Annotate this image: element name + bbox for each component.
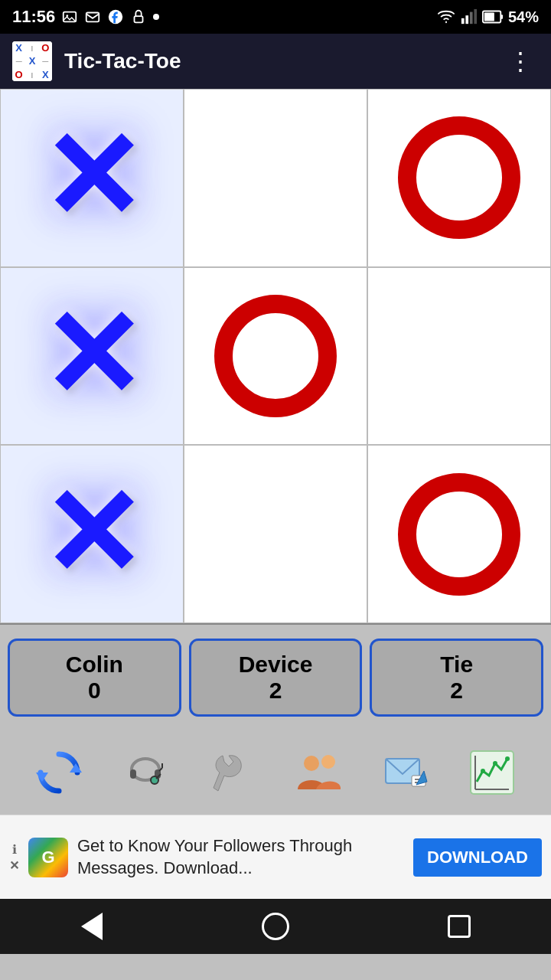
chart-button[interactable]	[461, 742, 523, 803]
home-button[interactable]	[253, 903, 298, 949]
cell-1[interactable]	[184, 89, 367, 267]
svg-rect-10	[484, 12, 494, 21]
o-mark-4	[214, 295, 337, 417]
score-area: Colin 0 Device 2 Tie 2	[0, 625, 551, 730]
back-button[interactable]	[69, 903, 115, 949]
email-icon	[84, 8, 101, 25]
score-card-colin: Colin 0	[8, 639, 181, 717]
svg-rect-2	[86, 13, 99, 22]
ad-close-icon[interactable]: ✕	[9, 858, 19, 873]
score-name-tie: Tie	[440, 652, 473, 678]
o-mark-8	[398, 473, 520, 596]
score-value-tie: 2	[450, 678, 463, 704]
ad-download-button[interactable]: DOWNLOAD	[413, 838, 542, 877]
svg-rect-15	[130, 769, 136, 779]
svg-point-32	[505, 756, 510, 761]
people-button[interactable]	[289, 742, 350, 803]
ad-info-icon[interactable]: ℹ	[12, 842, 17, 857]
svg-point-31	[493, 761, 497, 766]
o-mark-2	[398, 116, 520, 239]
photo-icon	[61, 8, 78, 25]
mail-icon	[381, 748, 430, 797]
x-mark-3: ✕	[41, 295, 143, 417]
svg-point-21	[321, 755, 335, 769]
overflow-menu-button[interactable]: ⋮	[502, 41, 539, 82]
toolbar	[0, 730, 551, 815]
wifi-icon	[436, 8, 456, 25]
status-icons: 54%	[436, 8, 539, 26]
facebook-icon	[107, 8, 124, 25]
refresh-icon	[34, 748, 83, 797]
score-card-device: Device 2	[189, 639, 363, 717]
cell-8[interactable]	[367, 445, 551, 623]
cell-7[interactable]	[184, 445, 367, 623]
svg-rect-11	[500, 15, 503, 19]
chart-icon	[468, 748, 517, 797]
nav-bar	[0, 899, 551, 954]
recents-button[interactable]	[436, 903, 482, 949]
mail-button[interactable]	[375, 742, 436, 803]
cell-3[interactable]: ✕	[0, 267, 184, 446]
ad-logo: G	[28, 838, 68, 877]
wrench-icon	[207, 748, 256, 797]
score-name-colin: Colin	[66, 652, 123, 678]
cell-2[interactable]	[367, 89, 551, 267]
svg-rect-6	[465, 15, 468, 24]
battery-icon	[482, 8, 504, 25]
ad-text: Get to Know Your Followers Through Messa…	[77, 835, 404, 879]
svg-marker-13	[36, 773, 48, 782]
svg-marker-12	[70, 763, 82, 773]
home-icon	[262, 913, 289, 940]
svg-rect-5	[461, 18, 465, 24]
status-time: 11:56	[12, 7, 159, 27]
app-bar: X | O — X — O | X Tic-Tac-Toe ⋮	[0, 34, 551, 89]
ad-banner: ℹ ✕ G Get to Know Your Followers Through…	[0, 815, 551, 899]
settings-button[interactable]	[201, 742, 262, 803]
lock-icon	[130, 8, 147, 25]
x-mark-0: ✕	[41, 116, 143, 239]
svg-rect-4	[135, 16, 143, 22]
score-card-tie: Tie 2	[370, 639, 543, 717]
cell-5[interactable]	[367, 267, 551, 446]
headset-button[interactable]	[115, 742, 176, 803]
people-icon	[295, 748, 344, 797]
app-icon: X | O — X — O | X	[12, 41, 52, 81]
signal-icon	[461, 8, 478, 25]
app-title: Tic-Tac-Toe	[64, 49, 502, 74]
cell-6[interactable]: ✕	[0, 445, 184, 623]
svg-point-30	[481, 769, 485, 773]
x-mark-6: ✕	[41, 473, 143, 596]
cell-0[interactable]: ✕	[0, 89, 184, 267]
score-name-device: Device	[239, 652, 313, 678]
refresh-button[interactable]	[28, 742, 90, 803]
svg-rect-7	[470, 12, 473, 24]
recents-icon	[448, 915, 471, 938]
headset-icon	[121, 748, 170, 797]
svg-rect-8	[474, 9, 477, 24]
battery-percent: 54%	[508, 8, 539, 26]
cell-4[interactable]	[184, 267, 367, 446]
score-value-device: 2	[269, 678, 282, 704]
svg-point-20	[304, 756, 319, 771]
status-bar: 11:56 54%	[0, 0, 551, 34]
time-display: 11:56	[12, 7, 55, 27]
back-icon	[81, 913, 103, 940]
game-board: ✕ ✕ ✕	[0, 89, 551, 625]
notification-dot	[153, 14, 159, 20]
score-value-colin: 0	[88, 678, 101, 704]
